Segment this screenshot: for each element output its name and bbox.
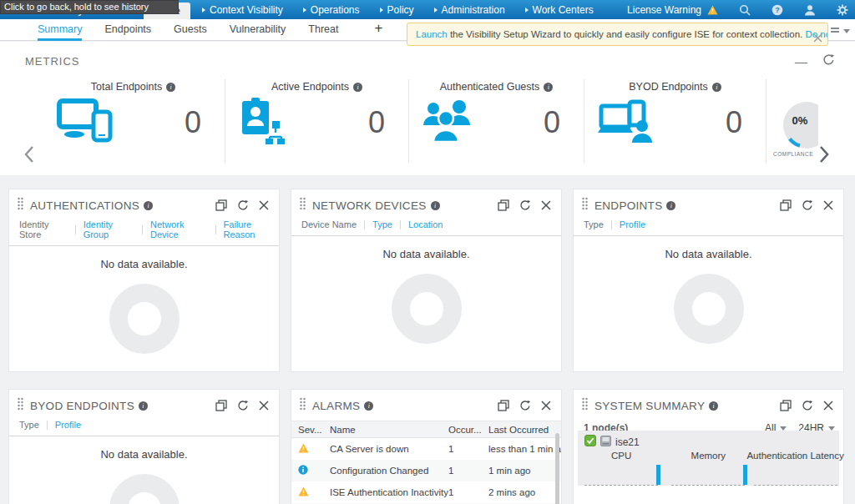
drag-handle-icon[interactable] <box>300 397 306 414</box>
refresh-panel-icon[interactable] <box>237 400 249 411</box>
metric-active-endpoints[interactable]: Active Endpoints 0 <box>225 79 409 163</box>
close-panel-icon[interactable] <box>259 401 269 411</box>
info-circle-icon <box>298 465 330 476</box>
col-occurrences[interactable]: Occur... <box>448 425 488 435</box>
panel-system-summary: SYSTEM SUMMARY 1 node(s) All 24HR ise21 <box>573 389 844 504</box>
subtab-identity-store[interactable]: Identity Store <box>19 219 68 239</box>
subtab-profile[interactable]: Profile <box>55 420 81 430</box>
nav-arrow-icon <box>434 8 438 13</box>
close-panel-icon[interactable] <box>259 200 269 210</box>
banner-message: the Visibility Setup Wizard to quickly a… <box>448 29 806 39</box>
tab-threat[interactable]: Threat <box>308 19 338 41</box>
metric-value: 0 <box>185 105 201 140</box>
nav-context-visibility[interactable]: Context Visibility <box>202 4 283 16</box>
empty-message: No data available. <box>9 448 279 461</box>
subtab-identity-group[interactable]: Identity Group <box>83 219 135 239</box>
panel-title: AUTHENTICATIONS <box>30 199 139 212</box>
search-icon[interactable] <box>739 4 751 16</box>
subtab-type[interactable]: Type <box>372 219 392 229</box>
refresh-panel-icon[interactable] <box>519 199 531 211</box>
panel-authentications: AUTHENTICATIONS Identity Store Identity … <box>8 189 280 372</box>
checkbox-checked-icon[interactable] <box>584 435 596 450</box>
close-panel-icon[interactable] <box>541 200 551 210</box>
warning-icon <box>707 5 718 15</box>
metric-label: Memory <box>691 451 726 461</box>
launch-wizard-link[interactable]: Launch <box>416 29 448 39</box>
subtab-type[interactable]: Type <box>19 420 39 430</box>
detach-panel-icon[interactable] <box>780 400 792 411</box>
metrics-next-button[interactable] <box>819 144 830 168</box>
license-warning[interactable]: License Warning <box>627 4 718 16</box>
node-summary-card[interactable]: ise21 CPU Memory Authentication Latency <box>578 431 839 486</box>
close-banner-icon[interactable] <box>813 28 822 46</box>
metrics-title: METRICS <box>25 55 80 68</box>
refresh-metrics-icon[interactable] <box>822 53 835 69</box>
close-panel-icon[interactable] <box>823 200 833 210</box>
gear-icon[interactable] <box>837 4 848 16</box>
nav-administration[interactable]: Administration <box>434 4 505 16</box>
subtab-location[interactable]: Location <box>408 219 443 229</box>
info-icon <box>666 201 675 210</box>
metric-total-endpoints[interactable]: Total Endpoints 0 <box>42 79 225 163</box>
detach-panel-icon[interactable] <box>498 199 509 211</box>
empty-message: No data available. <box>291 248 561 260</box>
detach-panel-icon[interactable] <box>215 400 227 411</box>
col-severity[interactable]: Sev... <box>298 425 330 435</box>
drag-handle-icon[interactable] <box>18 197 23 214</box>
tab-endpoints[interactable]: Endpoints <box>104 19 151 41</box>
tab-vulnerability[interactable]: Vulnerability <box>230 19 286 41</box>
user-icon[interactable] <box>804 4 816 16</box>
subtab-failure-reason[interactable]: Failure Reason <box>224 219 279 239</box>
metrics-prev-button[interactable] <box>23 144 34 168</box>
detach-panel-icon[interactable] <box>780 199 792 211</box>
table-row[interactable]: ISE Authentication Inactivity 1 2 mins a… <box>291 481 561 503</box>
detach-panel-icon[interactable] <box>498 400 509 411</box>
refresh-panel-icon[interactable] <box>519 400 531 411</box>
col-last-occurred[interactable]: Last Occurred <box>488 425 561 435</box>
panel-title: ENDPOINTS <box>594 199 662 212</box>
drag-handle-icon[interactable] <box>582 397 588 414</box>
close-panel-icon[interactable] <box>541 401 551 411</box>
table-row[interactable]: Configuration Changed 1 1 min ago <box>291 460 561 481</box>
help-icon[interactable]: ? <box>772 4 783 16</box>
node-name[interactable]: ise21 <box>615 436 640 448</box>
subtab-type[interactable]: Type <box>584 219 604 229</box>
drag-handle-icon[interactable] <box>18 397 23 414</box>
nav-policy[interactable]: Policy <box>380 4 414 16</box>
add-tab-button[interactable]: + <box>374 19 382 41</box>
refresh-panel-icon[interactable] <box>802 400 813 411</box>
tab-summary[interactable]: Summary <box>38 19 82 41</box>
refresh-panel-icon[interactable] <box>237 199 249 211</box>
panel-title: BYOD ENDPOINTS <box>30 400 134 412</box>
close-panel-icon[interactable] <box>823 401 833 411</box>
metric-byod-endpoints[interactable]: BYOD Endpoints 0 <box>584 79 766 163</box>
dashboard-settings-dropdown[interactable] <box>831 27 850 35</box>
drag-handle-icon[interactable] <box>582 197 588 214</box>
info-icon <box>709 401 718 411</box>
nav-arrow-icon <box>303 8 306 13</box>
empty-donut-chart <box>674 274 744 344</box>
badge-network-icon <box>239 98 287 148</box>
subtab-profile[interactable]: Profile <box>620 219 645 229</box>
nav-operations[interactable]: Operations <box>303 4 360 16</box>
collapse-metrics-icon[interactable]: — <box>795 58 807 66</box>
info-icon <box>712 83 721 92</box>
metric-authenticated-guests[interactable]: Authenticated Guests 0 <box>409 79 584 163</box>
empty-donut-chart <box>109 474 180 504</box>
table-row[interactable]: CA Server is down 1 less than 1 min ago <box>291 438 561 460</box>
tab-guests[interactable]: Guests <box>174 19 207 41</box>
metric-value: 0 <box>726 105 742 140</box>
alarms-scrollbar[interactable] <box>555 433 559 504</box>
metric-compliance[interactable]: 0% COMPLIANCE <box>766 79 818 171</box>
metric-value: 0 <box>368 105 385 140</box>
subtab-network-device[interactable]: Network Device <box>150 219 208 239</box>
layout-icon <box>831 27 839 35</box>
nav-arrow-icon <box>202 8 205 13</box>
drag-handle-icon[interactable] <box>300 197 306 214</box>
col-name[interactable]: Name <box>330 425 448 435</box>
empty-donut-chart <box>392 274 462 344</box>
refresh-panel-icon[interactable] <box>802 199 813 211</box>
detach-panel-icon[interactable] <box>215 199 227 211</box>
nav-work-centers[interactable]: Work Centers <box>525 4 594 16</box>
subtab-device-name[interactable]: Device Name <box>301 219 357 229</box>
